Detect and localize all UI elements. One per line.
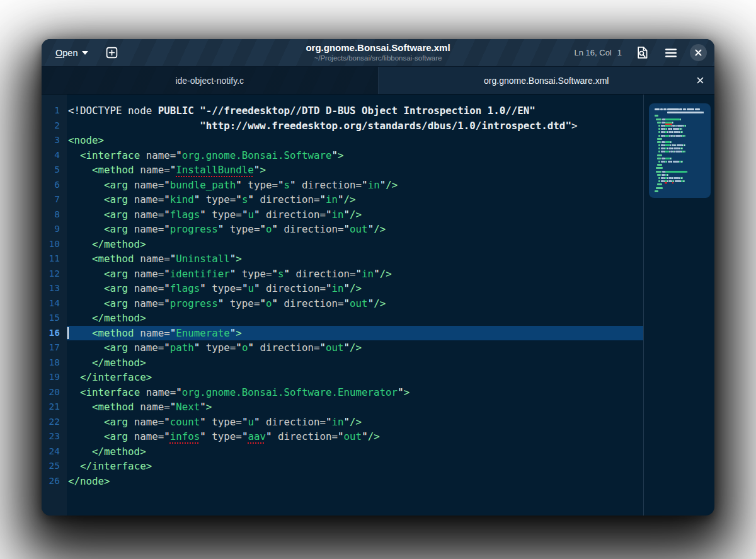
menu-button[interactable] — [661, 44, 681, 62]
syntax-token — [68, 430, 104, 442]
syntax-token: " — [326, 282, 332, 294]
overview-map-line — [655, 164, 705, 166]
overview-map-segment — [685, 125, 687, 127]
syntax-token: </interface> — [80, 371, 152, 383]
syntax-token — [68, 416, 104, 428]
overview-map-segment — [665, 118, 680, 120]
overview-map-line — [655, 144, 705, 146]
overview-map-segment — [703, 112, 704, 113]
syntax-token: " — [194, 342, 200, 354]
syntax-token: " — [194, 193, 200, 205]
open-button[interactable]: Open — [49, 43, 94, 62]
overview-map-segment — [680, 118, 681, 120]
syntax-token: <arg — [104, 223, 128, 235]
code-line[interactable]: <method name="Enumerate"> — [67, 326, 643, 341]
syntax-token: " — [242, 430, 248, 442]
code-line[interactable]: </method> — [67, 311, 643, 326]
syntax-token: " — [362, 179, 368, 191]
overview-map-line — [655, 135, 705, 137]
overview-map-segment — [661, 135, 664, 137]
overview-map-line — [655, 138, 705, 140]
code-line[interactable]: <arg name="infos" type="aav" direction="… — [67, 429, 643, 444]
chevron-down-icon — [82, 51, 88, 55]
code-line[interactable]: <node> — [67, 133, 643, 148]
code-line[interactable]: "http://www.freedesktop.org/standards/db… — [67, 118, 643, 134]
syntax-token: </interface> — [80, 460, 152, 472]
line-number: 23 — [42, 429, 67, 444]
overview-map-line — [655, 177, 705, 179]
code-line[interactable]: <method name="Next"> — [67, 400, 643, 415]
line-number: 3 — [42, 133, 67, 148]
overview-map-segment — [675, 151, 681, 153]
syntax-token: " — [164, 342, 170, 354]
code-line[interactable]: <arg name="count" type="u" direction="in… — [67, 415, 643, 430]
syntax-token — [68, 342, 104, 354]
syntax-token: /> — [374, 297, 386, 309]
syntax-token: name= — [134, 327, 170, 339]
syntax-token: " — [344, 282, 350, 294]
line-number: 8 — [42, 207, 67, 222]
cursor-position-value: 1 — [617, 48, 622, 57]
document-search-button[interactable] — [633, 42, 652, 63]
code-line[interactable]: <arg name="path" type="o" direction="out… — [67, 340, 643, 355]
syntax-token: " — [254, 282, 260, 294]
syntax-token: /> — [350, 342, 362, 354]
syntax-token: out — [350, 297, 368, 309]
overview-map-segment — [655, 112, 667, 113]
overview-map-segment — [656, 118, 662, 120]
line-number: 22 — [42, 415, 67, 430]
code-line[interactable]: <method name="InstallBundle"> — [67, 163, 643, 178]
line-number: 20 — [42, 385, 67, 400]
code-line[interactable]: </node> — [67, 474, 643, 489]
syntax-token: "http://www.freedesktop.org/standards/db… — [200, 120, 571, 132]
overview-map-segment — [657, 154, 662, 156]
code-line[interactable]: <arg name="kind" type="s" direction="in"… — [67, 192, 643, 207]
syntax-token: name= — [128, 430, 164, 442]
syntax-token: name= — [128, 268, 164, 280]
code-line[interactable]: <arg name="flags" type="u" direction="in… — [67, 207, 643, 222]
syntax-token: " — [362, 430, 368, 442]
tab-ide-object-notify[interactable]: ide-object-notify.c — [42, 67, 379, 94]
code-line[interactable]: </method> — [67, 237, 643, 252]
cursor-position: Ln 16, Col 1 — [575, 48, 622, 57]
syntax-token: type= — [200, 342, 236, 354]
source-view[interactable]: <!DOCTYPE node PUBLIC "-//freedesktop//D… — [67, 95, 643, 516]
overview-map-line — [655, 183, 705, 185]
overview-map-segment — [661, 147, 664, 149]
code-line[interactable]: <interface name="org.gnome.Bonsai.Softwa… — [67, 385, 643, 400]
overview-map-segment — [682, 161, 683, 163]
code-line[interactable]: </interface> — [67, 370, 643, 385]
code-line[interactable]: <!DOCTYPE node PUBLIC "-//freedesktop//D… — [67, 103, 643, 118]
line-number: 18 — [42, 355, 67, 371]
code-line[interactable]: <interface name="org.gnome.Bonsai.Softwa… — [67, 148, 643, 163]
syntax-token: /> — [368, 430, 380, 442]
code-line[interactable]: </method> — [67, 444, 643, 459]
syntax-token — [68, 386, 80, 398]
tab-close-button[interactable] — [693, 74, 707, 88]
overview-map-segment — [662, 158, 665, 159]
code-line[interactable]: <arg name="bundle_path" type="s" directi… — [67, 178, 643, 193]
overview-map-segment — [667, 112, 703, 113]
new-document-button[interactable] — [102, 43, 122, 62]
window-close-button[interactable] — [690, 44, 707, 61]
overview-map[interactable] — [649, 103, 711, 198]
syntax-token: <arg — [104, 282, 128, 294]
tab-org-gnome-bonsai-software-xml[interactable]: org.gnome.Bonsai.Software.xml — [379, 67, 715, 94]
code-line[interactable]: <method name="Uninstall"> — [67, 251, 643, 267]
overview-map-line — [655, 180, 705, 182]
overview-map-segment — [681, 128, 682, 130]
code-line[interactable]: <arg name="identifier" type="s" directio… — [67, 267, 643, 282]
syntax-token — [68, 164, 92, 176]
code-line[interactable]: <arg name="flags" type="u" direction="in… — [67, 281, 643, 296]
syntax-token — [68, 209, 104, 221]
line-number: 17 — [42, 340, 67, 355]
syntax-token: type= — [200, 193, 236, 205]
overview-map-segment — [673, 122, 673, 124]
overview-map-segment — [673, 177, 679, 179]
overview-map-segment — [655, 115, 658, 117]
code-line[interactable]: </method> — [67, 355, 643, 371]
code-line[interactable]: </interface> — [67, 459, 643, 474]
syntax-token: aav — [248, 430, 266, 442]
code-line[interactable]: <arg name="progress" type="o" direction=… — [67, 222, 643, 237]
code-line[interactable]: <arg name="progress" type="o" direction=… — [67, 296, 643, 311]
